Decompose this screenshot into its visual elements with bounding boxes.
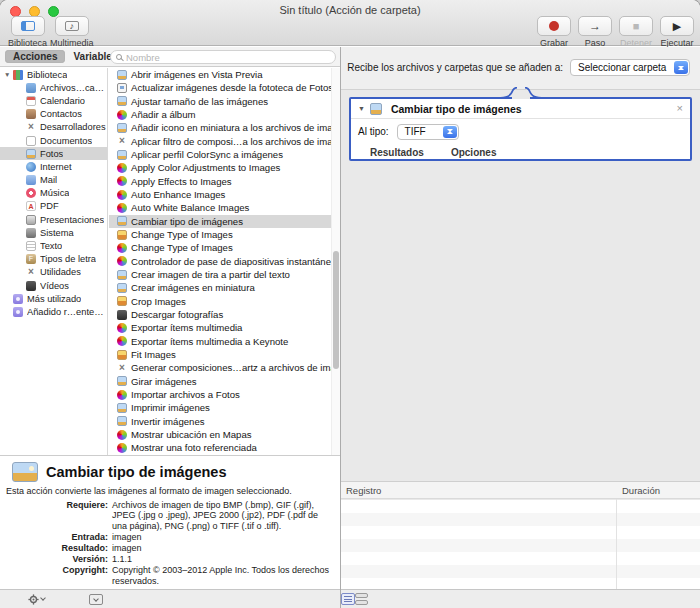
action-list-item[interactable]: Actualizar imágenes desde la fototeca de…	[109, 81, 340, 94]
action-list-item[interactable]: Aplicar perfil ColorSync a imágenes	[109, 148, 340, 161]
description-field: Entrada:imagen	[0, 532, 340, 543]
action-list-item[interactable]: Change Type of Images	[109, 228, 340, 241]
record-button[interactable]: Grabar	[537, 16, 571, 48]
gear-dropdown-button[interactable]	[28, 594, 45, 605]
sidebar-item[interactable]: Documentos	[0, 134, 107, 147]
library-segmented-control: Acciones Variables	[5, 50, 125, 63]
sidebar-item[interactable]: Mail	[0, 174, 107, 187]
sidebar-item[interactable]: Fotos	[0, 147, 107, 160]
sidebar-item[interactable]: ▼Biblioteca	[0, 68, 107, 81]
action-list-item[interactable]: Crear imágenes en miniatura	[109, 281, 340, 294]
log-table-body	[341, 500, 700, 589]
sidebar-item[interactable]: Música	[0, 187, 107, 200]
sidebar-item[interactable]: Texto	[0, 239, 107, 252]
options-link[interactable]: Opciones	[451, 147, 497, 158]
action-list-item[interactable]: Crear imagen de tira a partir del texto	[109, 268, 340, 281]
action-list-item[interactable]: Change Type of Images	[109, 241, 340, 254]
action-list-item[interactable]: Exportar ítems multimedia	[109, 321, 340, 334]
action-list-item[interactable]: Imprimir imágenes	[109, 401, 340, 414]
action-item-label: Crear imagen de tira a partir del texto	[131, 269, 290, 280]
chevron-down-icon	[40, 595, 46, 601]
sidebar-item[interactable]: Tipos de letra	[0, 253, 107, 266]
pres-icon	[26, 215, 36, 225]
img-icon	[117, 150, 127, 160]
pinwheel-icon	[117, 323, 127, 333]
calendar-icon	[26, 96, 36, 106]
action-item-label: Auto Enhance Images	[131, 189, 225, 200]
log-list-view-button[interactable]	[341, 593, 355, 605]
action-list-item[interactable]: Girar imágenes	[109, 375, 340, 388]
log-column-duracion[interactable]: Duración	[622, 485, 660, 496]
search-input[interactable]	[126, 52, 330, 63]
action-list-item[interactable]: Crop Images	[109, 295, 340, 308]
tab-acciones[interactable]: Acciones	[5, 50, 65, 63]
disclosure-triangle-icon[interactable]: ▼	[358, 105, 365, 112]
action-list-item[interactable]: Mostrar ubicación en Mapas	[109, 428, 340, 441]
action-list-item[interactable]: Apply Effects to Images	[109, 175, 340, 188]
action-search-field[interactable]	[110, 50, 336, 64]
automator-window: Sin título (Acción de carpeta) Bibliotec…	[0, 0, 700, 608]
library-toolbar-button[interactable]: Biblioteca	[8, 16, 47, 48]
action-list-item[interactable]: Cambiar tipo de imágenes	[109, 215, 340, 228]
type-select-value: TIFF	[405, 126, 426, 137]
sidebar-item-label: Texto	[40, 241, 62, 251]
action-block-title: Cambiar tipo de imágenes	[391, 103, 522, 115]
action-list-item[interactable]: Fit Images	[109, 348, 340, 361]
type-select-popup[interactable]: TIFF	[397, 124, 459, 140]
play-icon: ▶	[673, 21, 681, 32]
sidebar-item[interactable]: Añadido r…entemente	[0, 305, 107, 318]
sidebar-item[interactable]: Presentaciones	[0, 213, 107, 226]
action-list-item[interactable]: Añadir icono en miniatura a los archivos…	[109, 121, 340, 134]
media-toolbar-button[interactable]: ♪ Multimedia	[50, 16, 94, 48]
x-icon	[26, 122, 36, 132]
workflow-action-block[interactable]: ▼ Cambiar tipo de imágenes × Al tipo: TI…	[349, 97, 692, 161]
description-field: Copyright:Copyright © 2003–2012 Apple In…	[0, 565, 340, 586]
action-item-label: Aplicar perfil ColorSync a imágenes	[131, 149, 283, 160]
action-list-item[interactable]: Controlador de pase de diapositivas inst…	[109, 255, 340, 268]
action-list-item[interactable]: Mostrar una foto referenciada	[109, 441, 340, 454]
sidebar-item[interactable]: Utilidades	[0, 266, 107, 279]
action-list-item[interactable]: Ajustar tamaño de las imágenes	[109, 95, 340, 108]
results-link[interactable]: Resultados	[370, 147, 424, 158]
action-item-label: Ajustar tamaño de las imágenes	[131, 96, 268, 107]
folder-select-popup[interactable]: Seleccionar carpeta	[570, 59, 690, 76]
action-list-item[interactable]: Invertir imágenes	[109, 415, 340, 428]
orange-icon	[117, 230, 127, 240]
panel-toggle-button[interactable]	[89, 594, 103, 605]
sidebar-item[interactable]: Desarrolladores	[0, 121, 107, 134]
run-button[interactable]: ▶ Ejecutar	[660, 16, 694, 48]
action-list-item[interactable]: Abrir imágenes en Vista Previa	[109, 68, 340, 81]
sidebar-item[interactable]: Contactos	[0, 108, 107, 121]
action-list-item[interactable]: Generar composiciones…artz a archivos de…	[109, 361, 340, 374]
action-list-item[interactable]: Añadir a álbum	[109, 108, 340, 121]
sidebar-item-label: Presentaciones	[40, 215, 104, 225]
action-item-label: Mostrar ubicación en Mapas	[131, 429, 252, 440]
doc-icon	[26, 136, 36, 146]
pinwheel-icon	[117, 443, 127, 453]
action-list-item[interactable]: Auto White Balance Images	[109, 201, 340, 214]
action-list-scrollbar[interactable]	[331, 68, 340, 455]
sidebar-item[interactable]: Más utilizado	[0, 292, 107, 305]
log-column-divider[interactable]	[616, 499, 617, 589]
disclosure-triangle-icon[interactable]: ▼	[4, 71, 11, 78]
scrollbar-thumb[interactable]	[333, 251, 339, 369]
sidebar-item[interactable]: Archivos…carpetas	[0, 81, 107, 94]
action-block-header[interactable]: ▼ Cambiar tipo de imágenes ×	[351, 99, 690, 119]
action-list-item[interactable]: Apply Color Adjustments to Images	[109, 161, 340, 174]
action-item-label: Cambiar tipo de imágenes	[131, 216, 243, 227]
close-action-button[interactable]: ×	[677, 103, 683, 114]
sidebar-item[interactable]: PDF	[0, 200, 107, 213]
sidebar-item[interactable]: Calendario	[0, 94, 107, 107]
action-list-item[interactable]: Aplicar filtro de composi…a los archivos…	[109, 135, 340, 148]
log-stack-view-button[interactable]	[355, 593, 368, 605]
sidebar-item[interactable]: Sistema	[0, 226, 107, 239]
action-list-item[interactable]: Descargar fotografías	[109, 308, 340, 321]
log-column-registro[interactable]: Registro	[341, 485, 381, 496]
action-list-item[interactable]: Auto Enhance Images	[109, 188, 340, 201]
sidebar-item[interactable]: Internet	[0, 160, 107, 173]
step-button[interactable]: → Paso	[578, 16, 612, 48]
sidebar-item-label: Mail	[40, 175, 57, 185]
action-list-item[interactable]: Importar archivos a Fotos	[109, 388, 340, 401]
action-list-item[interactable]: Exportar ítems multimedia a Keynote	[109, 335, 340, 348]
sidebar-item[interactable]: Vídeos	[0, 279, 107, 292]
